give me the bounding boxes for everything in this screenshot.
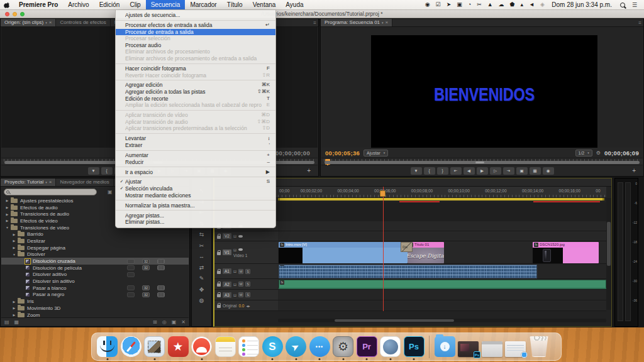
menu-item-hacer-coincidir-fotograma[interactable]: Hacer coincidir fotogramaF [116,65,275,72]
clip-intro-mov[interactable]: fxIntro.mov [V] [279,242,408,263]
dock-sunrise[interactable] [191,333,213,360]
disclosure-right-icon[interactable]: ▶ [11,306,17,310]
clip-transition-disolucion[interactable]: Dis [401,242,413,252]
upload-icon[interactable]: ▲ [487,0,493,9]
disclosure-right-icon[interactable]: ▶ [11,300,17,304]
dock-trash[interactable] [528,333,550,360]
menu-item-procesar-audio[interactable]: Procesar audio [116,42,275,49]
disclosure-right-icon[interactable]: ▶ [11,233,17,236]
dock-min-safari[interactable] [504,333,526,360]
mark-in-button[interactable]: { [101,167,113,175]
volume-icon[interactable]: ◄ [529,0,535,9]
sync-lock-icon[interactable]: ⊡ [233,248,236,252]
settings-wrench-icon[interactable]: ⚙ [596,150,601,156]
dock-min-finder[interactable] [481,333,503,360]
track-lane-v3[interactable] [278,221,606,231]
automate-to-sequence-icon[interactable]: ⊞ [153,319,157,325]
timeline-horizontal-scrollbar[interactable] [278,319,606,322]
menu-item-ir-a-espacio[interactable]: Ir a espacio▶ [116,169,275,176]
disclosure-right-icon[interactable]: ▶ [4,206,10,209]
rate-stretch-tool[interactable]: ⇆ [192,231,211,241]
toggle-track-output-icon[interactable] [238,235,243,238]
dock-wunderlist[interactable]: ★ [167,333,189,360]
sync-lock-icon[interactable]: ⊡ [233,293,236,297]
menubar-item-titulo[interactable]: Título [222,0,248,9]
menubar-item-archivo[interactable]: Archivo [63,0,94,9]
tab-programa-secuencia-01[interactable]: Programa: Secuencia 01▾× [321,19,392,26]
track-header-master[interactable]: Original 0.0 ◂▸ [214,300,278,311]
icon-view-icon[interactable]: ▦ [14,319,19,325]
tab-caret-icon[interactable]: ▾ [45,178,47,186]
notification-center-icon[interactable]: ☰ [632,2,637,8]
fader-icon[interactable]: ◂▸ [246,304,250,308]
toggle-track-output-icon[interactable] [238,248,243,251]
tree-item-disolucion-cruzada[interactable]: Disolución cruzada32 [1,258,189,265]
menu-item-seleccion-vinculada[interactable]: ✓Selección vinculada [116,185,275,192]
disclosure-right-icon[interactable]: ▶ [11,313,17,317]
clip-titulo-01[interactable]: fxTítulo 01 Escape Digital [408,242,444,263]
scissors-icon[interactable]: ✂ [477,0,482,9]
apple-menu[interactable] [0,0,14,11]
menu-item-normalizar-la-pista-maestra[interactable]: Normalizar la pista maestra... [116,202,275,209]
solo-button[interactable]: S [245,269,250,274]
lock-icon[interactable] [217,252,221,255]
dock-min-photoshop[interactable]: Ps [457,333,479,360]
solo-button[interactable]: S [245,282,250,287]
tree-item-movimiento-3d[interactable]: ▶Movimiento 3D [1,305,189,312]
lock-icon[interactable] [217,236,221,239]
go-to-out-button[interactable]: ⇥ [503,167,514,175]
clip-intro-audio[interactable]: fx [279,265,537,278]
track-lane-a3[interactable] [278,290,606,300]
tree-item-barrido[interactable]: ▶Barrido [1,231,189,238]
mute-button[interactable]: M [238,269,243,274]
slide-tool[interactable]: ⇄ [192,265,211,275]
track-header-a2[interactable]: A2 ⊡ M S [214,279,278,290]
track-header-a1[interactable]: A1 ⊡ M S [214,264,278,279]
dock-finder[interactable] [96,333,118,360]
tree-item-disolver-sin-aditivo[interactable]: Disolver sin aditivo [1,278,189,285]
filter-in-icon[interactable]: ▣ [108,189,113,195]
disclosure-right-icon[interactable]: ▶ [4,199,10,202]
tab-caret-icon[interactable]: ▾ [45,19,47,26]
extract-button[interactable]: ▦ [530,167,541,175]
track-lane-v2[interactable] [278,231,606,241]
track-id[interactable]: A2 [223,282,231,287]
new-bin-icon[interactable]: ▣ [172,319,177,325]
menu-item-levantar[interactable]: Levantar¡ [116,135,275,142]
tree-item-pasar-a-negro[interactable]: Pasar a negro32 [1,292,189,299]
disclosure-right-icon[interactable]: ▶ [11,239,17,243]
tab-caret-icon[interactable]: ▾ [382,19,384,26]
timeline-vertical-scrollbar[interactable] [606,198,611,310]
menubar-item-secuencia[interactable]: Secuencia [146,0,186,9]
menubar-item-clip[interactable]: Clip [125,0,145,9]
tab-navegador-de-medios[interactable]: Navegador de medios [56,178,113,186]
menubar-item-edicion[interactable]: Edición [94,0,125,9]
dock-safari[interactable] [120,333,142,360]
step-back-button[interactable]: ◀ [464,167,475,175]
tab-close-icon[interactable]: × [49,19,52,26]
timeline-playhead-marker[interactable] [380,190,386,197]
delete-icon[interactable]: ✕ [181,319,186,325]
clipboard-icon[interactable]: ▣ [457,0,462,9]
sync-lock-icon[interactable]: ⊡ [233,234,236,238]
tab-origen-sin-clips[interactable]: Origen: (sin clips)▾× [1,19,56,26]
menubar-item-premiere-pro[interactable]: Premiere Pro [14,0,63,9]
lift-button[interactable]: ▣ [516,167,528,175]
lock-icon[interactable] [217,305,221,308]
export-frame-button[interactable]: ◉ [543,167,554,175]
track-id[interactable]: A3 [223,292,231,298]
menu-item-edicion-de-recorte[interactable]: Edición de recorteT [116,96,275,102]
dock-downloads[interactable]: ↓ [434,333,456,360]
tab-close-icon[interactable]: × [49,178,52,186]
lock-icon[interactable] [217,271,221,274]
disclosure-down-icon[interactable]: ▼ [4,226,10,229]
dock-messages[interactable]: ••• [309,333,331,360]
tab-close-icon[interactable]: × [386,19,389,26]
tree-item-disolver-aditivo[interactable]: Disolver aditivo [1,272,189,278]
menu-item-ajustes-de-secuencia[interactable]: Ajustes de secuencia... [116,12,275,19]
mute-button[interactable]: M [238,292,243,297]
send-icon[interactable]: ➤ [447,0,452,9]
track-id[interactable]: V1 [223,250,231,255]
tab-proyecto-tutorial[interactable]: Proyecto: Tutorial▾× [1,178,56,186]
dock-telegram[interactable]: ➤ [285,333,307,360]
